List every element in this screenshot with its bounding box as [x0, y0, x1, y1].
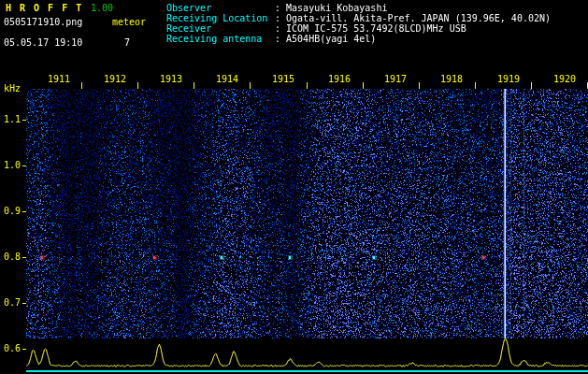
info-value: ICOM IC-575 53.7492(8LCD)MHz USB: [275, 23, 466, 34]
info-row-observer: Observer Masayuki Kobayashi: [166, 3, 551, 13]
hrofft-output-image: H R O F F T 1.00 0505171910.png meteor 0…: [0, 0, 588, 374]
y-tick-label: 0.8: [0, 252, 21, 262]
x-tick-label: 1911: [47, 74, 71, 84]
station-info: Observer Masayuki Kobayashi Receiving Lo…: [166, 3, 551, 44]
mode-label: meteor: [112, 17, 146, 27]
info-value: Masayuki Kobayashi: [275, 3, 387, 13]
info-value: Ogata-vill. Akita-Pref. JAPAN (139.96E, …: [275, 13, 551, 23]
y-axis-unit-label: kHz: [0, 83, 21, 94]
x-tick-label: 1917: [383, 74, 408, 84]
x-tick-label: 1918: [439, 74, 464, 84]
y-tick-label: 0.7: [0, 297, 21, 308]
x-tick-label: 1919: [496, 74, 521, 84]
x-tick-label: 1916: [327, 74, 351, 84]
app-version: 1.00: [91, 3, 113, 13]
app-title: H R O F F T: [6, 3, 83, 13]
y-tick-label: 0.6: [0, 343, 21, 353]
x-tick-label: 1914: [215, 74, 239, 84]
info-value: A504HB(yagi 4el): [275, 34, 376, 44]
info-label: Observer: [166, 3, 275, 13]
info-label: Receiving antenna: [166, 34, 275, 44]
info-label: Receiver: [166, 23, 275, 34]
y-tick-label: 0.9: [0, 206, 21, 216]
info-row-receiver: Receiver ICOM IC-575 53.7492(8LCD)MHz US…: [166, 23, 551, 34]
x-tick-label: 1920: [552, 74, 577, 84]
output-filename: 0505171910.png: [4, 17, 82, 27]
x-tick-label: 1912: [103, 74, 127, 84]
info-row-location: Receiving Location Ogata-vill. Akita-Pre…: [166, 13, 551, 23]
info-label: Receiving Location: [166, 13, 275, 23]
x-tick-label: 1915: [271, 74, 295, 84]
echo-count: 7: [124, 37, 130, 48]
x-tick-label: 1913: [159, 74, 183, 84]
spectrogram-canvas: [0, 0, 588, 374]
y-tick-label: 1.1: [0, 114, 21, 124]
datetime-label: 05.05.17 19:10: [4, 37, 82, 48]
y-tick-label: 1.0: [0, 160, 21, 170]
info-row-antenna: Receiving antenna A504HB(yagi 4el): [166, 34, 551, 44]
